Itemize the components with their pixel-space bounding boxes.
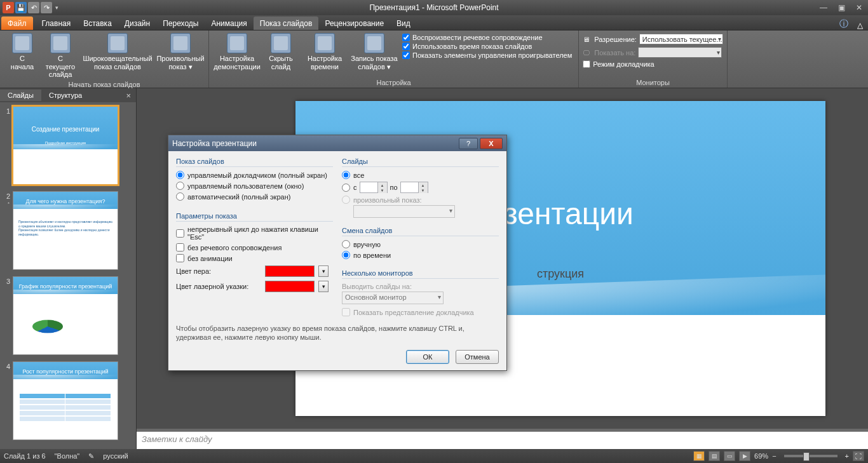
window-title: Презентация1 - Microsoft PowerPoint	[369, 3, 498, 12]
show-presenter-view-checkbox: Показать представление докладчика	[342, 307, 499, 318]
group-show-options: Параметры показа	[176, 210, 333, 222]
slide-thumbnail-3[interactable]: График популярности презентаций	[13, 276, 118, 355]
tab-insert[interactable]: Вставка	[77, 17, 118, 30]
custom-show-combo	[353, 205, 455, 218]
record-icon	[364, 33, 384, 53]
ribbon-group-start-slideshow: С начала С текущего слайда Широковещател…	[0, 30, 209, 88]
radio-advance-manual[interactable]: вручную	[342, 239, 499, 250]
record-slideshow-button[interactable]: Запись показа слайдов ▾	[350, 32, 398, 72]
setup-icon	[227, 33, 247, 53]
help-icon[interactable]: ⓘ	[836, 18, 852, 30]
resolution-label: Разрешение:	[594, 36, 637, 43]
spellcheck-icon[interactable]: ✎	[88, 452, 94, 460]
slide-thumbnail-1[interactable]: Создание презентации Подробная инструкци…	[13, 106, 118, 185]
window-controls: — ▣ ✕	[815, 1, 868, 14]
tab-transitions[interactable]: Переходы	[156, 17, 205, 30]
ribbon: С начала С текущего слайда Широковещател…	[0, 30, 868, 88]
pen-color-label: Цвет пера:	[176, 267, 261, 275]
from-spinner[interactable]	[360, 182, 388, 193]
zoom-slider[interactable]	[784, 455, 837, 457]
close-button[interactable]: ✕	[850, 1, 868, 14]
redo-icon[interactable]: ↷	[41, 2, 52, 13]
radio-kiosk[interactable]: автоматический (полный экран)	[176, 191, 333, 202]
ribbon-group-monitors: 🖥Разрешение:Использовать текущее... 🖵Пок…	[579, 30, 728, 88]
ok-button[interactable]: ОК	[406, 350, 449, 364]
slides-tab[interactable]: Слайды	[0, 90, 41, 101]
reading-view-button[interactable]: ▭	[724, 451, 735, 461]
resolution-combo[interactable]: Использовать текущее...	[639, 34, 723, 44]
presenter-view-checkbox[interactable]: Режим докладчика	[583, 60, 654, 69]
laser-color-dropdown[interactable]: ▾	[318, 281, 329, 292]
hide-slide-button[interactable]: Скрыть слайд	[262, 32, 299, 72]
radio-presenter[interactable]: управляемый докладчиком (полный экран)	[176, 170, 333, 180]
slides-panel: Слайды Структура × 1 Создание презентаци…	[0, 88, 137, 449]
radio-advance-timed[interactable]: по времени	[342, 250, 499, 260]
play-narrations-checkbox[interactable]: Воспроизвести речевое сопровождение	[402, 33, 572, 42]
tab-review[interactable]: Рецензирование	[318, 17, 390, 30]
zoom-level[interactable]: 69%	[754, 452, 768, 460]
tab-slideshow[interactable]: Показ слайдов	[254, 17, 319, 30]
hide-icon	[271, 33, 291, 53]
broadcast-button[interactable]: Широковещательный показ слайдов	[80, 32, 155, 72]
without-narration-checkbox[interactable]: без речевого сопровождения	[176, 242, 333, 253]
tab-design[interactable]: Дизайн	[118, 17, 156, 30]
group-advance: Смена слайдов	[342, 224, 499, 236]
timer-icon	[315, 33, 335, 53]
zoom-out-button[interactable]: −	[772, 452, 776, 460]
setup-show-dialog: Настройка презентации ? X Показ слайдов …	[168, 135, 507, 371]
thumbnails-list[interactable]: 1 Создание презентации Подробная инструк…	[0, 102, 136, 449]
laser-color-swatch	[265, 281, 315, 292]
pen-color-dropdown[interactable]: ▾	[318, 265, 329, 277]
tab-view[interactable]: Вид	[390, 17, 417, 30]
tab-home[interactable]: Главная	[36, 17, 78, 30]
play-current-icon	[50, 33, 71, 53]
normal-view-button[interactable]: ▦	[693, 451, 705, 461]
setup-slideshow-button[interactable]: Настройка демонстрации	[213, 32, 261, 72]
zoom-in-button[interactable]: +	[845, 452, 849, 460]
save-icon[interactable]: 💾	[15, 2, 27, 13]
tab-animations[interactable]: Анимация	[205, 17, 253, 30]
radio-browsed-individual[interactable]: управляемый пользователем (окно)	[176, 180, 333, 191]
slideshow-view-button[interactable]: ▶	[739, 451, 750, 461]
outline-tab[interactable]: Структура	[41, 90, 90, 101]
dialog-help-button[interactable]: ?	[459, 138, 478, 149]
language-indicator[interactable]: русский	[103, 452, 128, 460]
dialog-close-button[interactable]: X	[480, 138, 503, 149]
custom-show-button[interactable]: Произвольный показ ▾	[156, 32, 205, 72]
show-media-controls-checkbox[interactable]: Показать элементы управления проигрывате…	[402, 51, 572, 60]
cancel-button[interactable]: Отмена	[456, 350, 499, 364]
quick-access-toolbar: P 💾 ↶ ↷ ▾	[0, 2, 63, 13]
minimize-button[interactable]: —	[815, 1, 832, 14]
dialog-titlebar[interactable]: Настройка презентации ? X	[168, 135, 506, 151]
ribbon-group-setup: Настройка демонстрации Скрыть слайд Наст…	[209, 30, 579, 88]
broadcast-icon	[107, 33, 128, 53]
notes-pane[interactable]: Заметки к слайду	[137, 431, 868, 449]
app-icon: P	[3, 2, 14, 13]
slide-counter: Слайд 1 из 6	[4, 452, 46, 460]
rehearse-timings-button[interactable]: Настройка времени	[301, 32, 349, 72]
from-current-button[interactable]: С текущего слайда	[42, 32, 79, 80]
dialog-hint: Чтобы отобразить лазерную указку во врем…	[176, 318, 499, 347]
qat-dropdown-icon[interactable]: ▾	[53, 4, 60, 11]
fit-to-window-button[interactable]: ⛶	[853, 451, 864, 461]
tab-file[interactable]: Файл	[1, 17, 33, 30]
from-beginning-button[interactable]: С начала	[4, 32, 41, 72]
show-on-combo	[638, 47, 722, 58]
slide-thumbnail-2[interactable]: Для чего нужна презентация? Презентация …	[13, 191, 118, 270]
without-animation-checkbox[interactable]: без анимации	[176, 253, 333, 264]
slide-thumbnail-4[interactable]: Рост популярности презентаций	[13, 361, 118, 440]
ribbon-minimize-icon[interactable]: △	[852, 21, 868, 30]
panel-close-icon[interactable]: ×	[121, 91, 136, 100]
ribbon-tabs: Файл Главная Вставка Дизайн Переходы Ани…	[0, 15, 868, 30]
radio-all-slides[interactable]: все	[342, 170, 499, 180]
radio-from-to[interactable]: с	[342, 184, 357, 192]
sorter-view-button[interactable]: ▤	[709, 451, 720, 461]
pie-chart-icon	[32, 320, 63, 333]
display-on-label: Выводить слайды на:	[342, 281, 499, 292]
undo-icon[interactable]: ↶	[28, 2, 39, 13]
maximize-button[interactable]: ▣	[832, 1, 850, 14]
use-timings-checkbox[interactable]: Использовать время показа слайдов	[402, 42, 572, 51]
play-icon	[12, 33, 32, 53]
loop-until-esc-checkbox[interactable]: непрерывный цикл до нажатия клавиши "Esc…	[176, 224, 333, 242]
to-spinner[interactable]	[400, 182, 428, 193]
